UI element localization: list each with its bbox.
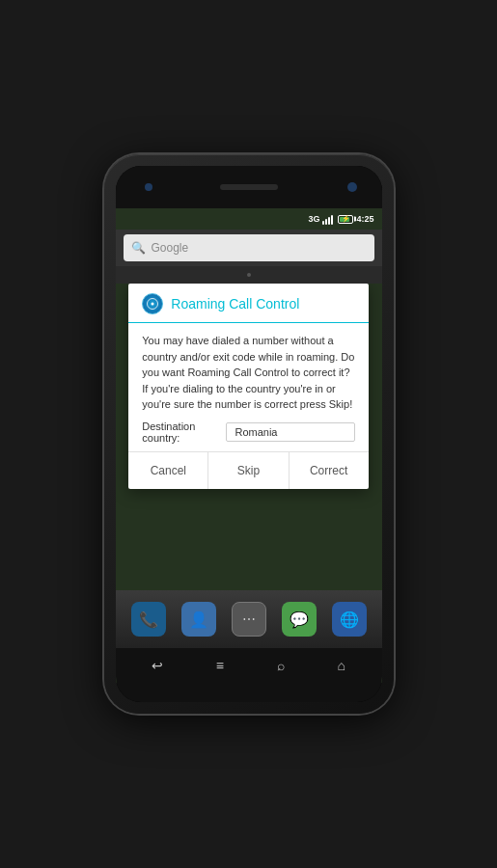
- dock-phone-icon[interactable]: 📞: [131, 602, 166, 637]
- app-icon: [142, 293, 163, 314]
- app-icon-dot: [152, 303, 154, 306]
- signal-bars-icon: [322, 213, 333, 225]
- dialog-overlay: Roaming Call Control You may have dialed…: [116, 284, 382, 590]
- dock-browser-icon[interactable]: 🌐: [332, 602, 367, 637]
- dialog-message: You may have dialed a number without a c…: [142, 333, 354, 413]
- roaming-call-control-dialog: Roaming Call Control You may have dialed…: [128, 284, 368, 489]
- dialog-title: Roaming Call Control: [171, 296, 299, 312]
- front-sensor-icon: [347, 182, 357, 192]
- phone-bezel-top: [116, 166, 382, 208]
- search-placeholder: Google: [152, 241, 189, 255]
- dock-chat-icon[interactable]: 💬: [282, 602, 317, 637]
- dock-apps-icon[interactable]: ⋯: [232, 602, 266, 637]
- wallpaper-dot: [247, 273, 251, 277]
- destination-country-input[interactable]: [226, 422, 354, 442]
- dock-contacts-icon[interactable]: 👤: [181, 602, 216, 637]
- status-bar: 3G ⚡ 4:25: [116, 208, 382, 230]
- skip-button[interactable]: Skip: [208, 452, 289, 489]
- app-dock: 📞 👤 ⋯ 💬 🌐: [116, 590, 382, 648]
- front-camera-icon: [145, 183, 152, 191]
- dialog-buttons: Cancel Skip Correct: [128, 451, 368, 489]
- phone-bezel-bottom: [116, 683, 382, 702]
- cancel-button[interactable]: Cancel: [128, 452, 208, 489]
- google-search-bar[interactable]: 🔍 Google: [124, 234, 374, 261]
- battery-icon: ⚡: [338, 215, 353, 224]
- destination-label: Destination country:: [142, 420, 220, 444]
- status-icons: 3G ⚡ 4:25: [308, 213, 373, 225]
- clock: 4:25: [356, 214, 373, 224]
- app-icon-inner: [147, 298, 158, 310]
- back-button[interactable]: ↩: [144, 654, 171, 677]
- screen: 3G ⚡ 4:25 🔍: [116, 208, 382, 683]
- phone-speaker: [220, 184, 278, 190]
- search-icon: 🔍: [131, 241, 146, 255]
- dialog-body: You may have dialed a number without a c…: [128, 323, 368, 451]
- phone-screen-wrapper: 3G ⚡ 4:25 🔍: [116, 166, 382, 702]
- wallpaper-dark-area: [116, 266, 382, 284]
- nav-bar: ↩ ≡ ⌕ ⌂: [116, 648, 382, 683]
- phone-device: 3G ⚡ 4:25 🔍: [104, 154, 394, 714]
- search-button[interactable]: ⌕: [269, 654, 292, 677]
- home-button[interactable]: ⌂: [330, 654, 353, 677]
- destination-row: Destination country:: [142, 420, 354, 444]
- menu-button[interactable]: ≡: [208, 654, 232, 677]
- search-bar-area: 🔍 Google: [116, 230, 382, 266]
- dialog-title-bar: Roaming Call Control: [128, 284, 368, 323]
- correct-button[interactable]: Correct: [290, 452, 369, 489]
- network-type: 3G: [308, 214, 319, 224]
